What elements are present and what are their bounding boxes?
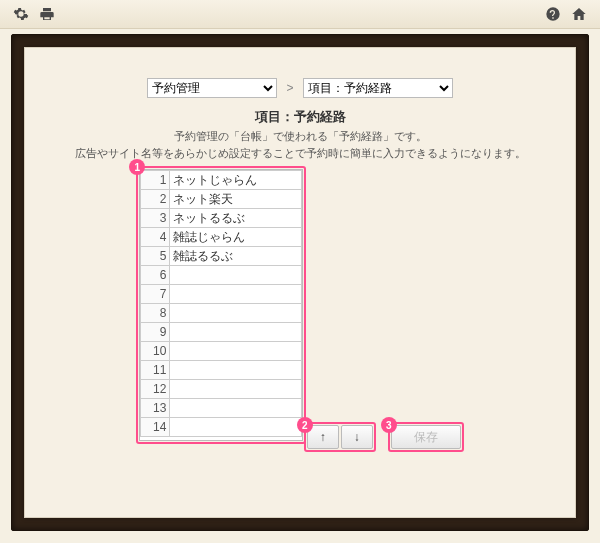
breadcrumb-selects: 予約管理 > 項目：予約経路: [25, 78, 575, 98]
route-table: 1ネットじゃらん2ネット楽天3ネットるるぶ4雑誌じゃらん5雑誌るるぶ678910…: [140, 170, 302, 437]
row-number: 13: [141, 399, 170, 418]
row-value[interactable]: [170, 361, 302, 380]
save-annotation: 3 保存: [391, 425, 461, 449]
move-down-button[interactable]: ↓: [341, 425, 373, 449]
table-row[interactable]: 10: [141, 342, 302, 361]
home-icon[interactable]: [570, 5, 588, 23]
row-value[interactable]: 雑誌じゃらん: [170, 228, 302, 247]
row-value[interactable]: [170, 266, 302, 285]
category-select[interactable]: 予約管理: [147, 78, 277, 98]
table-row[interactable]: 7: [141, 285, 302, 304]
route-list[interactable]: 1ネットじゃらん2ネット楽天3ネットるるぶ4雑誌じゃらん5雑誌るるぶ678910…: [139, 169, 303, 441]
table-row[interactable]: 11: [141, 361, 302, 380]
annotation-badge-3: 3: [381, 417, 397, 433]
table-row[interactable]: 2ネット楽天: [141, 190, 302, 209]
content-panel: 予約管理 > 項目：予約経路 項目：予約経路 予約管理の「台帳」で使われる「予約…: [24, 47, 576, 518]
row-number: 14: [141, 418, 170, 437]
row-value[interactable]: [170, 285, 302, 304]
row-number: 7: [141, 285, 170, 304]
row-number: 6: [141, 266, 170, 285]
row-value[interactable]: [170, 304, 302, 323]
row-value[interactable]: [170, 399, 302, 418]
window-frame: 予約管理 > 項目：予約経路 項目：予約経路 予約管理の「台帳」で使われる「予約…: [11, 34, 589, 531]
table-row[interactable]: 14: [141, 418, 302, 437]
row-number: 11: [141, 361, 170, 380]
row-number: 3: [141, 209, 170, 228]
table-row[interactable]: 6: [141, 266, 302, 285]
table-row[interactable]: 1ネットじゃらん: [141, 171, 302, 190]
annotation-badge-2: 2: [297, 417, 313, 433]
row-value[interactable]: 雑誌るるぶ: [170, 247, 302, 266]
table-row[interactable]: 5雑誌るるぶ: [141, 247, 302, 266]
table-row[interactable]: 8: [141, 304, 302, 323]
list-annotation: 1 1ネットじゃらん2ネット楽天3ネットるるぶ4雑誌じゃらん5雑誌るるぶ6789…: [139, 169, 303, 441]
row-value[interactable]: [170, 380, 302, 399]
row-number: 5: [141, 247, 170, 266]
row-number: 9: [141, 323, 170, 342]
page-title: 項目：予約経路: [25, 108, 575, 126]
row-number: 8: [141, 304, 170, 323]
save-button[interactable]: 保存: [391, 425, 461, 449]
table-row[interactable]: 12: [141, 380, 302, 399]
table-row[interactable]: 3ネットるるぶ: [141, 209, 302, 228]
row-number: 2: [141, 190, 170, 209]
row-value[interactable]: ネット楽天: [170, 190, 302, 209]
row-number: 1: [141, 171, 170, 190]
row-value[interactable]: ネットじゃらん: [170, 171, 302, 190]
row-number: 12: [141, 380, 170, 399]
gear-icon[interactable]: [12, 5, 30, 23]
help-icon[interactable]: [544, 5, 562, 23]
table-row[interactable]: 4雑誌じゃらん: [141, 228, 302, 247]
printer-icon[interactable]: [38, 5, 56, 23]
arrows-annotation: 2 ↑ ↓: [307, 425, 373, 449]
table-row[interactable]: 9: [141, 323, 302, 342]
row-value[interactable]: [170, 342, 302, 361]
page-description: 予約管理の「台帳」で使われる「予約経路」です。 広告やサイト名等をあらかじめ設定…: [25, 128, 575, 161]
row-number: 4: [141, 228, 170, 247]
row-value[interactable]: [170, 418, 302, 437]
breadcrumb-separator: >: [286, 81, 293, 95]
item-select[interactable]: 項目：予約経路: [303, 78, 453, 98]
top-toolbar: [0, 0, 600, 29]
row-value[interactable]: ネットるるぶ: [170, 209, 302, 228]
table-row[interactable]: 13: [141, 399, 302, 418]
row-value[interactable]: [170, 323, 302, 342]
row-number: 10: [141, 342, 170, 361]
